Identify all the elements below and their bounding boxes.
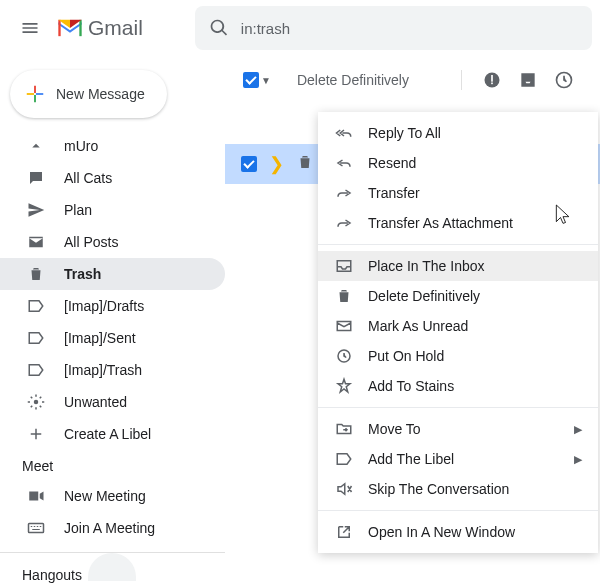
plus-icon — [24, 83, 46, 105]
star-add-icon — [334, 376, 354, 396]
gmail-text: Gmail — [88, 16, 143, 40]
select-all-checkbox[interactable]: ▼ — [243, 72, 271, 88]
label-icon — [26, 328, 46, 348]
main-area: ▼ Delete Definitively L ❯ Reply To AllRe… — [225, 56, 600, 587]
context-menu-item-5[interactable]: Place In The Inbox — [318, 251, 598, 281]
compose-button[interactable]: New Message — [10, 70, 167, 118]
context-menu-label: Move To — [368, 421, 421, 437]
gear-icon — [26, 392, 46, 412]
meet-item-0[interactable]: New Meeting — [0, 480, 225, 512]
context-menu-label: Add To Stains — [368, 378, 454, 394]
svg-rect-1 — [29, 524, 44, 533]
trash-icon — [334, 286, 354, 306]
sidebar-item-8[interactable]: Unwanted — [0, 386, 225, 418]
sidebar: New Message mUroAll CatsPlanAll PostsTra… — [0, 56, 225, 587]
context-menu-label: Put On Hold — [368, 348, 444, 364]
sidebar-item-9[interactable]: Create A Libel — [0, 418, 225, 450]
sidebar-item-label: Trash — [64, 266, 101, 282]
forward-icon — [334, 213, 354, 233]
meet-section-title: Meet — [0, 450, 225, 480]
label-icon — [26, 296, 46, 316]
inbox-icon — [334, 256, 354, 276]
chat-icon — [26, 168, 46, 188]
forward-icon — [334, 183, 354, 203]
context-menu-label: Transfer — [368, 185, 420, 201]
toolbar-action[interactable]: Delete Definitively — [297, 72, 409, 88]
folder-move-icon — [334, 419, 354, 439]
compose-label: New Message — [56, 86, 145, 102]
context-menu-label: Open In A New Window — [368, 524, 515, 540]
context-menu-label: Place In The Inbox — [368, 258, 484, 274]
context-menu-item-15[interactable]: Open In A New Window — [318, 517, 598, 547]
sidebar-item-4[interactable]: Trash — [0, 258, 225, 290]
context-menu-divider — [318, 510, 598, 511]
context-menu-item-12[interactable]: Add The Libel▶ — [318, 444, 598, 474]
context-menu-item-7[interactable]: Mark As Unread — [318, 311, 598, 341]
context-menu-item-8[interactable]: Put On Hold — [318, 341, 598, 371]
meet-item-1[interactable]: Join A Meeting — [0, 512, 225, 544]
sidebar-item-7[interactable]: [Imap]/Trash — [0, 354, 225, 386]
clock-icon — [554, 70, 574, 90]
open-new-icon — [334, 522, 354, 542]
checkbox-icon — [243, 72, 259, 88]
context-menu-item-2[interactable]: Transfer — [318, 178, 598, 208]
sidebar-item-1[interactable]: All Cats — [0, 162, 225, 194]
keyboard-icon — [26, 518, 46, 538]
sidebar-item-label: Create A Libel — [64, 426, 151, 442]
gmail-logo[interactable]: Gmail — [56, 16, 143, 40]
context-menu-label: Mark As Unread — [368, 318, 468, 334]
hamburger-icon — [20, 18, 40, 38]
clock-icon — [334, 346, 354, 366]
submenu-arrow-icon: ▶ — [574, 453, 582, 466]
main-menu-button[interactable] — [8, 6, 52, 50]
mute-icon — [334, 479, 354, 499]
meet-item-label: New Meeting — [64, 488, 146, 504]
importance-marker-icon[interactable]: ❯ — [269, 153, 284, 175]
video-icon — [26, 486, 46, 506]
context-menu-label: Skip The Conversation — [368, 481, 509, 497]
toolbar-divider — [461, 70, 462, 90]
context-menu-divider — [318, 407, 598, 408]
inbox-icon — [518, 70, 538, 90]
context-menu-item-0[interactable]: Reply To All — [318, 118, 598, 148]
context-menu-item-11[interactable]: Move To▶ — [318, 414, 598, 444]
submenu-arrow-icon: ▶ — [574, 423, 582, 436]
spam-button[interactable] — [482, 70, 502, 90]
sidebar-item-label: All Cats — [64, 170, 112, 186]
trash-icon — [26, 264, 46, 284]
context-menu-label: Transfer As Attachment — [368, 215, 513, 231]
sidebar-item-label: [Imap]/Sent — [64, 330, 136, 346]
sidebar-item-label: Plan — [64, 202, 92, 218]
sidebar-item-label: mUro — [64, 138, 98, 154]
gmail-m-icon — [56, 17, 84, 39]
search-input[interactable] — [241, 20, 578, 37]
context-menu-item-3[interactable]: Transfer As Attachment — [318, 208, 598, 238]
context-menu-label: Add The Libel — [368, 451, 454, 467]
context-menu-label: Delete Definitively — [368, 288, 480, 304]
label-icon — [334, 449, 354, 469]
mail-unread-icon — [334, 316, 354, 336]
svg-point-0 — [34, 400, 39, 405]
sidebar-item-0[interactable]: mUro — [0, 130, 225, 162]
row-checkbox[interactable] — [241, 156, 257, 172]
sidebar-item-2[interactable]: Plan — [0, 194, 225, 226]
move-inbox-button[interactable] — [518, 70, 538, 90]
sidebar-item-5[interactable]: [Imap]/Drafts — [0, 290, 225, 322]
context-menu-item-6[interactable]: Delete Definitively — [318, 281, 598, 311]
context-menu-item-1[interactable]: Resend — [318, 148, 598, 178]
search-bar[interactable] — [195, 6, 592, 50]
chevron-down-icon[interactable]: ▼ — [261, 75, 271, 86]
sidebar-item-6[interactable]: [Imap]/Sent — [0, 322, 225, 354]
context-menu-item-9[interactable]: Add To Stains — [318, 371, 598, 401]
sidebar-item-label: Unwanted — [64, 394, 127, 410]
reply-all-icon — [334, 123, 354, 143]
mail-icon — [26, 232, 46, 252]
row-trash-icon — [296, 153, 314, 175]
app-header: Gmail — [0, 0, 600, 56]
context-menu-item-13[interactable]: Skip The Conversation — [318, 474, 598, 504]
snooze-button[interactable] — [554, 70, 574, 90]
context-menu: Reply To AllResendTransferTransfer As At… — [318, 112, 598, 553]
sidebar-item-3[interactable]: All Posts — [0, 226, 225, 258]
hangouts-fab[interactable] — [88, 553, 136, 581]
sidebar-item-label: [Imap]/Trash — [64, 362, 142, 378]
